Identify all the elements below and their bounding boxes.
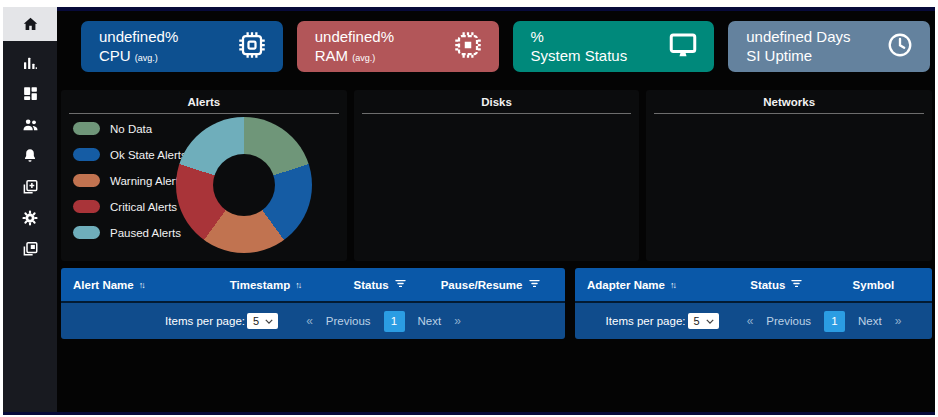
alerts-panel-divider (69, 113, 339, 114)
main-content: undefined% CPU (avg.) undefined% RAM (av… (57, 7, 935, 412)
filter-icon (528, 278, 541, 291)
next-page-button[interactable]: Next (858, 315, 882, 327)
sidebar-item-charts[interactable] (3, 47, 57, 78)
ram-chip-icon (453, 30, 483, 64)
legend-label: No Data (110, 123, 152, 135)
last-page-button[interactable]: » (454, 314, 461, 328)
ram-stat-card: undefined% RAM (avg.) (297, 21, 499, 72)
alerts-col-timestamp[interactable]: Timestamp ↑↓ (198, 279, 332, 291)
cpu-stat-card: undefined% CPU (avg.) (81, 21, 283, 72)
ram-value: undefined% (315, 28, 394, 47)
sidebar-item-alerts[interactable] (3, 140, 57, 171)
alerts-panel-title: Alerts (61, 90, 347, 113)
networks-panel-title: Networks (646, 90, 932, 113)
uptime-value: undefined Days (746, 28, 850, 47)
filter-icon (790, 278, 803, 291)
legend-swatch (73, 148, 100, 161)
system-status-stat-card: % System Status (513, 21, 715, 72)
alerts-col-alert-name[interactable]: Alert Name ↑↓ (73, 279, 198, 291)
clock-icon (886, 31, 914, 63)
ram-label-note: (avg.) (352, 53, 375, 63)
add-box-icon (21, 178, 39, 196)
chevron-down-icon (265, 319, 273, 324)
sidebar-item-users[interactable] (3, 109, 57, 140)
legend-item-paused[interactable]: Paused Alerts (73, 226, 187, 239)
legend-swatch (73, 226, 100, 239)
bar-chart-icon (21, 54, 39, 72)
adapters-col-symbol[interactable]: Symbol (827, 279, 920, 291)
legend-item-critical[interactable]: Critical Alerts (73, 200, 187, 213)
system-status-value: % (531, 28, 628, 47)
items-per-page-select[interactable]: 5 (688, 313, 719, 329)
networks-panel: Networks (646, 90, 932, 261)
adapters-table-pagination: Items per page: 5 « Previous 1 Next » (575, 301, 932, 339)
stat-cards-row: undefined% CPU (avg.) undefined% RAM (av… (81, 21, 930, 72)
next-page-button[interactable]: Next (418, 315, 442, 327)
filter-icon (394, 278, 407, 291)
legend-label: Warning Alerts (110, 175, 184, 187)
dashboard-icon (22, 85, 39, 102)
legend-label: Ok State Alerts (110, 149, 187, 161)
legend-item-ok-state[interactable]: Ok State Alerts (73, 148, 187, 161)
items-per-page-select[interactable]: 5 (247, 313, 278, 329)
cpu-value: undefined% (99, 28, 178, 47)
disks-panel-title: Disks (354, 90, 640, 113)
current-page-button[interactable]: 1 (824, 311, 845, 332)
sort-icon: ↑↓ (295, 280, 300, 290)
alerts-panel: Alerts No Data Ok State Alerts (61, 90, 347, 261)
chevron-down-icon (706, 319, 714, 324)
sidebar (3, 7, 57, 412)
items-per-page-label: Items per page: (165, 315, 245, 327)
sidebar-item-home[interactable] (3, 7, 57, 41)
previous-page-button[interactable]: Previous (326, 315, 371, 327)
legend-item-no-data[interactable]: No Data (73, 122, 187, 135)
sidebar-item-dashboard[interactable] (3, 78, 57, 109)
cpu-label-note: (avg.) (135, 53, 158, 63)
disks-panel: Disks (354, 90, 640, 261)
app-shell: undefined% CPU (avg.) undefined% RAM (av… (3, 7, 935, 412)
alerts-table: Alert Name ↑↓ Timestamp ↑↓ Status Pau (61, 268, 565, 339)
sidebar-item-add[interactable] (3, 171, 57, 202)
alerts-legend: No Data Ok State Alerts Warning Alerts (73, 122, 187, 239)
legend-swatch (73, 174, 100, 187)
ram-label: RAM (315, 47, 348, 64)
dashboard-page: undefined% CPU (avg.) undefined% RAM (av… (0, 0, 938, 417)
previous-page-button[interactable]: Previous (766, 315, 811, 327)
alerts-table-pagination: Items per page: 5 « Previous 1 Next » (61, 301, 565, 339)
legend-swatch (73, 200, 100, 213)
last-page-button[interactable]: » (895, 314, 902, 328)
adapters-col-status[interactable]: Status (727, 278, 827, 291)
uptime-stat-card: undefined Days SI Uptime (728, 21, 930, 72)
cpu-label: CPU (99, 47, 131, 64)
first-page-button[interactable]: « (747, 314, 754, 328)
adapters-table-header: Adapter Name ↑↓ Status Symbol (575, 268, 932, 301)
sidebar-item-settings[interactable] (3, 202, 57, 233)
disks-panel-divider (362, 113, 632, 114)
legend-label: Critical Alerts (110, 201, 177, 213)
gear-icon (21, 209, 39, 227)
alerts-table-header: Alert Name ↑↓ Timestamp ↑↓ Status Pau (61, 268, 565, 301)
users-icon (21, 115, 40, 134)
adapters-col-adapter-name[interactable]: Adapter Name ↑↓ (587, 279, 727, 291)
monitor-icon (668, 30, 698, 64)
sort-icon: ↑↓ (670, 280, 675, 290)
uptime-label: SI Uptime (746, 47, 850, 66)
current-page-button[interactable]: 1 (384, 311, 405, 332)
legend-label: Paused Alerts (110, 227, 181, 239)
networks-panel-divider (654, 113, 924, 114)
bottom-border (3, 412, 935, 415)
layers-icon (21, 240, 39, 258)
cpu-chip-icon (237, 30, 267, 64)
legend-item-warning[interactable]: Warning Alerts (73, 174, 187, 187)
panels-row: Alerts No Data Ok State Alerts (61, 90, 932, 261)
sidebar-item-reports[interactable] (3, 233, 57, 264)
system-status-label: System Status (531, 47, 628, 66)
bell-icon (21, 147, 39, 165)
alerts-col-status[interactable]: Status (332, 278, 428, 291)
alerts-col-pause-resume[interactable]: Pause/Resume (428, 278, 553, 291)
home-icon (21, 15, 40, 34)
first-page-button[interactable]: « (306, 314, 313, 328)
alerts-donut-chart[interactable] (176, 117, 312, 253)
sort-icon: ↑↓ (139, 280, 144, 290)
legend-swatch (73, 122, 100, 135)
